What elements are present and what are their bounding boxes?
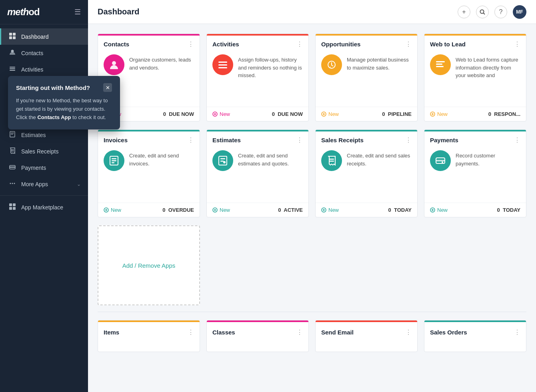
- card-body: Create, edit and send sales receipts.: [316, 147, 417, 203]
- svg-rect-19: [11, 149, 14, 150]
- popup-body: If you're new to Method, the best way to…: [88, 97, 112, 121]
- card-footer: New 0 PIPELINE: [316, 107, 417, 121]
- svg-rect-20: [11, 151, 14, 151]
- popup-close-button[interactable]: ✕: [103, 83, 112, 92]
- sidebar-item-label: Sales Receipts: [21, 148, 81, 155]
- cards-grid-row2: Invoices ⋮ Create, edit and send invoice…: [98, 129, 526, 217]
- card-menu-icon[interactable]: ⋮: [405, 136, 412, 144]
- card-title: Classes: [212, 329, 235, 336]
- card-stat: 0 TODAY: [388, 207, 412, 213]
- app-logo: method: [7, 6, 40, 18]
- svg-rect-5: [10, 67, 15, 68]
- card-icon: [430, 54, 451, 75]
- sidebar-item-more-apps[interactable]: More Apps ⌄: [0, 176, 88, 192]
- sidebar-item-contacts[interactable]: Contacts: [0, 45, 88, 61]
- card-header: Activities ⋮: [207, 36, 308, 51]
- card-description: Assign follow-ups, history and reminders…: [238, 54, 303, 80]
- cards-grid-row1: Contacts ⋮ Organize customers, leads and…: [98, 34, 526, 121]
- estimates-icon: [8, 131, 16, 139]
- card-new-button[interactable]: New: [104, 207, 121, 213]
- card-title: Sales Receipts: [321, 137, 364, 143]
- bottom-card-sales-orders: Sales Orders ⋮: [424, 320, 526, 352]
- card-body: Create, edit and send estimates and quot…: [207, 147, 308, 203]
- card-menu-icon[interactable]: ⋮: [188, 328, 194, 336]
- onboarding-popup: Starting out with Method? ✕ If you're ne…: [88, 76, 120, 129]
- card-opportunities: Opportunities ⋮ Manage potential busines…: [315, 34, 418, 121]
- card-menu-icon[interactable]: ⋮: [296, 40, 303, 48]
- card-new-button[interactable]: New: [212, 207, 230, 213]
- svg-rect-22: [10, 167, 15, 168]
- card-body: Assign follow-ups, history and reminders…: [207, 51, 308, 107]
- sidebar-item-app-marketplace[interactable]: App Marketplace: [0, 199, 88, 215]
- svg-rect-3: [13, 36, 16, 39]
- card-menu-icon[interactable]: ⋮: [296, 328, 303, 336]
- card-stat: 0 DUE NOW: [272, 111, 303, 117]
- card-activities: Activities ⋮ Assign follow-ups, history …: [206, 34, 309, 121]
- svg-rect-61: [220, 161, 224, 162]
- card-menu-icon[interactable]: ⋮: [188, 40, 194, 48]
- svg-point-30: [480, 10, 484, 13]
- card-new-button[interactable]: New: [321, 111, 339, 117]
- card-sales-receipts: Sales Receipts ⋮ Create, edit and send s…: [315, 129, 418, 217]
- card-body: Manage potential business to maximize sa…: [316, 51, 417, 107]
- card-icon: [104, 150, 124, 171]
- svg-rect-1: [13, 33, 16, 36]
- card-menu-icon[interactable]: ⋮: [514, 136, 520, 144]
- sidebar-item-payments[interactable]: Payments: [0, 159, 88, 176]
- card-description: Manage potential business to maximize sa…: [347, 54, 412, 72]
- hamburger-icon[interactable]: ☰: [74, 8, 81, 16]
- card-menu-icon[interactable]: ⋮: [514, 328, 520, 336]
- card-menu-icon[interactable]: ⋮: [405, 328, 412, 336]
- sidebar-item-sales-receipts[interactable]: Sales Receipts: [0, 143, 88, 159]
- card-icon: [212, 150, 233, 171]
- svg-rect-37: [218, 64, 227, 66]
- card-icon: [321, 54, 342, 75]
- sidebar-item-label: Estimates: [21, 132, 81, 138]
- sidebar-item-dashboard[interactable]: Dashboard: [0, 28, 88, 45]
- card-header: Classes ⋮: [207, 322, 308, 341]
- card-body: Web to Lead forms capture information di…: [424, 51, 526, 107]
- card-new-button[interactable]: New: [321, 207, 339, 213]
- dashboard-content: Contacts ⋮ Organize customers, leads and…: [88, 24, 536, 392]
- card-menu-icon[interactable]: ⋮: [188, 136, 194, 144]
- svg-rect-38: [218, 67, 227, 68]
- svg-rect-7: [10, 70, 15, 71]
- help-button[interactable]: ?: [494, 6, 507, 18]
- card-menu-icon[interactable]: ⋮: [296, 136, 303, 144]
- bottom-cards-row: Items ⋮ Classes ⋮ Send Email ⋮ Sales Ord…: [98, 320, 526, 352]
- svg-rect-6: [10, 68, 15, 69]
- search-button[interactable]: [476, 6, 489, 18]
- card-header: Web to Lead ⋮: [424, 36, 526, 51]
- bottom-card-classes: Classes ⋮: [206, 320, 309, 352]
- svg-point-23: [10, 183, 11, 184]
- topbar: Dashboard + ? MF: [88, 0, 536, 24]
- card-menu-icon[interactable]: ⋮: [405, 40, 412, 48]
- card-stat: 0 PIPELINE: [382, 111, 412, 117]
- card-icon: [212, 54, 233, 75]
- card-stat: 0 TODAY: [497, 207, 520, 213]
- svg-rect-72: [436, 160, 445, 161]
- add-remove-apps-button[interactable]: Add / Remove Apps: [98, 225, 200, 305]
- sidebar-item-label: App Marketplace: [21, 204, 81, 211]
- add-button[interactable]: +: [458, 6, 470, 18]
- card-header: Items ⋮: [98, 322, 200, 341]
- svg-rect-60: [220, 158, 225, 159]
- card-title: Items: [104, 329, 119, 336]
- avatar[interactable]: MF: [513, 5, 526, 19]
- card-new-button[interactable]: New: [430, 111, 448, 117]
- card-invoices: Invoices ⋮ Create, edit and send invoice…: [98, 129, 200, 217]
- svg-rect-55: [112, 162, 114, 163]
- payments-icon: [8, 164, 16, 171]
- card-new-button[interactable]: New: [430, 207, 448, 213]
- svg-rect-27: [13, 203, 16, 206]
- svg-rect-54: [112, 160, 116, 161]
- svg-line-31: [484, 13, 485, 14]
- popup-body-text-after: to check it out.: [88, 114, 106, 120]
- card-new-button[interactable]: New: [212, 111, 230, 117]
- card-menu-icon[interactable]: ⋮: [514, 40, 520, 48]
- svg-rect-53: [112, 158, 116, 159]
- card-footer: New 0 TODAY: [316, 203, 417, 217]
- sidebar-header: method ☰: [0, 0, 88, 24]
- sidebar-item-activities[interactable]: Activities: [0, 61, 88, 78]
- sidebar-item-label: Activities: [21, 66, 81, 73]
